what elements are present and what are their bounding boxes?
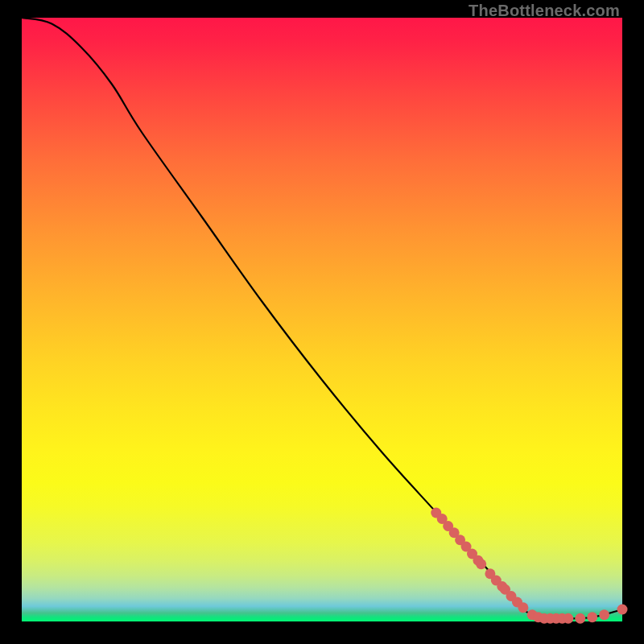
bottleneck-curve (22, 18, 622, 619)
data-marker (617, 605, 628, 615)
chart-frame (22, 18, 622, 621)
data-marker (476, 559, 486, 569)
data-marker (518, 602, 528, 613)
data-marker (587, 612, 597, 622)
data-marker (575, 613, 585, 624)
attribution-label: TheBottleneck.com (469, 2, 620, 20)
data-marker (599, 609, 609, 620)
data-marker (563, 613, 573, 624)
bottleneck-markers (431, 508, 627, 624)
chart-svg (22, 18, 622, 621)
